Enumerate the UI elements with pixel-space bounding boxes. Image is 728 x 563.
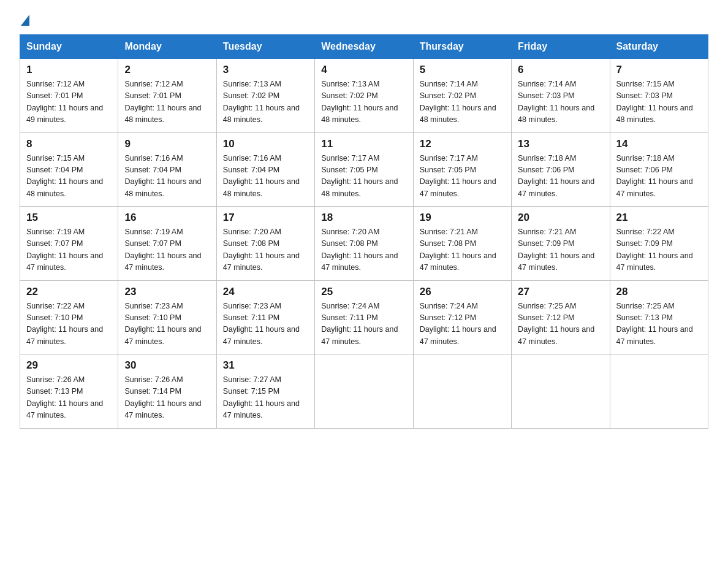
calendar-cell: 25 Sunrise: 7:24 AMSunset: 7:11 PMDaylig… xyxy=(315,280,413,354)
logo xyxy=(20,15,29,28)
day-info: Sunrise: 7:12 AMSunset: 7:01 PMDaylight:… xyxy=(124,80,201,124)
day-info: Sunrise: 7:21 AMSunset: 7:09 PMDaylight:… xyxy=(518,228,594,272)
calendar-cell: 18 Sunrise: 7:20 AMSunset: 7:08 PMDaylig… xyxy=(315,207,413,281)
day-info: Sunrise: 7:25 AMSunset: 7:12 PMDaylight:… xyxy=(518,302,594,346)
calendar-cell xyxy=(315,354,413,429)
day-number: 27 xyxy=(518,286,603,298)
day-number: 3 xyxy=(223,64,308,76)
day-number: 7 xyxy=(616,64,702,76)
day-info: Sunrise: 7:13 AMSunset: 7:02 PMDaylight:… xyxy=(223,80,300,124)
day-number: 6 xyxy=(518,64,603,76)
logo-triangle-icon xyxy=(21,15,29,26)
calendar-week-row: 1 Sunrise: 7:12 AMSunset: 7:01 PMDayligh… xyxy=(20,59,708,133)
day-info: Sunrise: 7:27 AMSunset: 7:15 PMDaylight:… xyxy=(223,375,300,419)
day-number: 5 xyxy=(420,64,505,76)
calendar-cell: 20 Sunrise: 7:21 AMSunset: 7:09 PMDaylig… xyxy=(512,207,610,281)
calendar-cell: 26 Sunrise: 7:24 AMSunset: 7:12 PMDaylig… xyxy=(413,280,511,354)
calendar-cell: 11 Sunrise: 7:17 AMSunset: 7:05 PMDaylig… xyxy=(315,132,413,207)
weekday-header-sunday: Sunday xyxy=(20,35,118,59)
calendar-cell: 10 Sunrise: 7:16 AMSunset: 7:04 PMDaylig… xyxy=(216,132,314,207)
calendar-cell: 19 Sunrise: 7:21 AMSunset: 7:08 PMDaylig… xyxy=(413,207,511,281)
calendar-cell xyxy=(512,354,610,429)
calendar-cell: 6 Sunrise: 7:14 AMSunset: 7:03 PMDayligh… xyxy=(512,59,610,133)
calendar-cell: 15 Sunrise: 7:19 AMSunset: 7:07 PMDaylig… xyxy=(20,207,118,281)
calendar-week-row: 15 Sunrise: 7:19 AMSunset: 7:07 PMDaylig… xyxy=(20,207,708,281)
calendar-cell: 17 Sunrise: 7:20 AMSunset: 7:08 PMDaylig… xyxy=(216,207,314,281)
day-info: Sunrise: 7:19 AMSunset: 7:07 PMDaylight:… xyxy=(26,228,103,272)
day-number: 17 xyxy=(223,212,308,224)
day-info: Sunrise: 7:12 AMSunset: 7:01 PMDaylight:… xyxy=(26,80,103,124)
day-number: 12 xyxy=(420,138,505,150)
weekday-header-saturday: Saturday xyxy=(610,35,708,59)
day-number: 24 xyxy=(223,286,308,298)
day-info: Sunrise: 7:22 AMSunset: 7:10 PMDaylight:… xyxy=(26,302,103,346)
day-number: 16 xyxy=(124,212,210,224)
day-number: 25 xyxy=(321,286,406,298)
day-info: Sunrise: 7:26 AMSunset: 7:14 PMDaylight:… xyxy=(124,375,201,419)
calendar-cell xyxy=(413,354,511,429)
calendar-cell: 31 Sunrise: 7:27 AMSunset: 7:15 PMDaylig… xyxy=(216,354,314,429)
day-info: Sunrise: 7:21 AMSunset: 7:08 PMDaylight:… xyxy=(420,228,496,272)
day-info: Sunrise: 7:17 AMSunset: 7:05 PMDaylight:… xyxy=(321,154,398,198)
day-info: Sunrise: 7:24 AMSunset: 7:11 PMDaylight:… xyxy=(321,302,398,346)
day-number: 18 xyxy=(321,212,406,224)
day-info: Sunrise: 7:25 AMSunset: 7:13 PMDaylight:… xyxy=(616,302,693,346)
day-info: Sunrise: 7:15 AMSunset: 7:03 PMDaylight:… xyxy=(616,80,693,124)
calendar-cell: 1 Sunrise: 7:12 AMSunset: 7:01 PMDayligh… xyxy=(20,59,118,133)
day-number: 23 xyxy=(124,286,210,298)
day-info: Sunrise: 7:22 AMSunset: 7:09 PMDaylight:… xyxy=(616,228,693,272)
day-number: 11 xyxy=(321,138,406,150)
day-number: 31 xyxy=(223,359,308,372)
day-number: 13 xyxy=(518,138,603,150)
day-info: Sunrise: 7:13 AMSunset: 7:02 PMDaylight:… xyxy=(321,80,398,124)
weekday-header-tuesday: Tuesday xyxy=(216,35,314,59)
calendar-cell: 16 Sunrise: 7:19 AMSunset: 7:07 PMDaylig… xyxy=(118,207,216,281)
calendar-cell: 12 Sunrise: 7:17 AMSunset: 7:05 PMDaylig… xyxy=(413,132,511,207)
day-number: 1 xyxy=(26,64,112,76)
day-number: 10 xyxy=(223,138,308,150)
day-info: Sunrise: 7:23 AMSunset: 7:11 PMDaylight:… xyxy=(223,302,300,346)
calendar-header-row: SundayMondayTuesdayWednesdayThursdayFrid… xyxy=(20,35,708,59)
calendar-week-row: 29 Sunrise: 7:26 AMSunset: 7:13 PMDaylig… xyxy=(20,354,708,429)
day-info: Sunrise: 7:24 AMSunset: 7:12 PMDaylight:… xyxy=(420,302,496,346)
calendar-cell: 4 Sunrise: 7:13 AMSunset: 7:02 PMDayligh… xyxy=(315,59,413,133)
calendar-cell: 8 Sunrise: 7:15 AMSunset: 7:04 PMDayligh… xyxy=(20,132,118,207)
calendar-cell: 30 Sunrise: 7:26 AMSunset: 7:14 PMDaylig… xyxy=(118,354,216,429)
day-number: 20 xyxy=(518,212,603,224)
day-number: 22 xyxy=(26,286,112,298)
page-header xyxy=(20,15,708,28)
calendar-table: SundayMondayTuesdayWednesdayThursdayFrid… xyxy=(20,34,708,429)
calendar-cell: 24 Sunrise: 7:23 AMSunset: 7:11 PMDaylig… xyxy=(216,280,314,354)
calendar-cell: 13 Sunrise: 7:18 AMSunset: 7:06 PMDaylig… xyxy=(512,132,610,207)
calendar-cell: 22 Sunrise: 7:22 AMSunset: 7:10 PMDaylig… xyxy=(20,280,118,354)
day-number: 26 xyxy=(420,286,505,298)
day-number: 2 xyxy=(124,64,210,76)
day-info: Sunrise: 7:14 AMSunset: 7:02 PMDaylight:… xyxy=(420,80,496,124)
day-number: 9 xyxy=(124,138,210,150)
day-number: 4 xyxy=(321,64,406,76)
calendar-cell: 9 Sunrise: 7:16 AMSunset: 7:04 PMDayligh… xyxy=(118,132,216,207)
day-info: Sunrise: 7:20 AMSunset: 7:08 PMDaylight:… xyxy=(321,228,398,272)
calendar-cell: 27 Sunrise: 7:25 AMSunset: 7:12 PMDaylig… xyxy=(512,280,610,354)
day-info: Sunrise: 7:14 AMSunset: 7:03 PMDaylight:… xyxy=(518,80,594,124)
calendar-cell: 21 Sunrise: 7:22 AMSunset: 7:09 PMDaylig… xyxy=(610,207,708,281)
calendar-cell: 5 Sunrise: 7:14 AMSunset: 7:02 PMDayligh… xyxy=(413,59,511,133)
day-number: 8 xyxy=(26,138,112,150)
calendar-cell xyxy=(610,354,708,429)
day-info: Sunrise: 7:18 AMSunset: 7:06 PMDaylight:… xyxy=(518,154,594,198)
calendar-cell: 2 Sunrise: 7:12 AMSunset: 7:01 PMDayligh… xyxy=(118,59,216,133)
calendar-cell: 3 Sunrise: 7:13 AMSunset: 7:02 PMDayligh… xyxy=(216,59,314,133)
calendar-cell: 7 Sunrise: 7:15 AMSunset: 7:03 PMDayligh… xyxy=(610,59,708,133)
day-number: 19 xyxy=(420,212,505,224)
calendar-week-row: 8 Sunrise: 7:15 AMSunset: 7:04 PMDayligh… xyxy=(20,132,708,207)
day-info: Sunrise: 7:26 AMSunset: 7:13 PMDaylight:… xyxy=(26,375,103,419)
day-number: 28 xyxy=(616,286,702,298)
day-info: Sunrise: 7:18 AMSunset: 7:06 PMDaylight:… xyxy=(616,154,693,198)
weekday-header-thursday: Thursday xyxy=(413,35,511,59)
weekday-header-friday: Friday xyxy=(512,35,610,59)
calendar-cell: 14 Sunrise: 7:18 AMSunset: 7:06 PMDaylig… xyxy=(610,132,708,207)
day-info: Sunrise: 7:17 AMSunset: 7:05 PMDaylight:… xyxy=(420,154,496,198)
day-info: Sunrise: 7:23 AMSunset: 7:10 PMDaylight:… xyxy=(124,302,201,346)
day-number: 21 xyxy=(616,212,702,224)
day-number: 15 xyxy=(26,212,112,224)
